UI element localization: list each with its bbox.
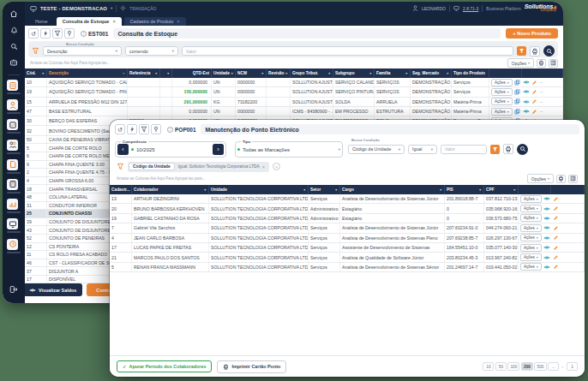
refresh-button[interactable]: ↺ — [28, 28, 39, 39]
view-icon[interactable] — [543, 216, 550, 221]
view-icon[interactable] — [543, 265, 550, 270]
columns-button[interactable] — [568, 175, 578, 183]
assistant-bot-icon[interactable] — [7, 56, 21, 69]
search-operator-select[interactable]: contendo▾ — [125, 46, 178, 56]
sidebar-module-icon[interactable] — [7, 199, 18, 210]
view-icon[interactable] — [543, 235, 550, 241]
copy-icon[interactable] — [514, 89, 520, 95]
search-field-select[interactable]: Código da Unidade▾ — [348, 145, 405, 154]
next-month-button[interactable]: › — [213, 144, 224, 155]
home-icon[interactable] — [7, 7, 21, 21]
row-actions-button[interactable]: Ações▾ — [491, 88, 513, 96]
filter-count-badge[interactable] — [490, 145, 500, 154]
sidebar-module-icon[interactable] — [7, 99, 18, 110]
page-size-option[interactable]: 500 — [534, 362, 546, 371]
column-header[interactable]: CPF▼ — [484, 185, 519, 194]
column-header[interactable]: Família▼ — [375, 68, 411, 78]
row-actions-button[interactable]: Ações▾ — [491, 98, 513, 105]
close-icon[interactable]: × — [177, 19, 179, 24]
table-row[interactable]: 20BRUNO BARBOSSA KERKHOVENSOLLUTION TECN… — [110, 204, 585, 213]
table-row[interactable]: 19AQUISIÇÃO SERVIÇO TOMADO - PINTURA150,… — [25, 87, 563, 97]
copy-icon[interactable] — [514, 98, 520, 104]
sidebar-module-icon[interactable] — [7, 218, 18, 229]
page-size-option[interactable]: 10 — [483, 362, 494, 371]
sidebar-module-icon[interactable] — [7, 140, 18, 151]
quick-action-button[interactable] — [40, 28, 51, 39]
active-filter-chip[interactable]: Código da Unidade Igual: Sollution Tecno… — [128, 162, 269, 172]
row-actions-button[interactable]: Ações▾ — [520, 214, 542, 222]
search-submit-button[interactable] — [543, 45, 555, 57]
column-header[interactable]: NCM▼ — [236, 68, 267, 78]
table-row[interactable]: 13ARTHUR DEZINGRINISOLLUTION TECNOLOGIA … — [110, 194, 585, 204]
page-size-option[interactable]: 200 — [521, 362, 533, 371]
search-submit-button[interactable] — [517, 144, 528, 155]
clear-all-filters-icon[interactable]: × — [273, 163, 280, 170]
print-grid-button[interactable] — [537, 59, 546, 68]
copy-icon[interactable] — [514, 80, 520, 86]
notifications-bell-icon[interactable] — [7, 23, 21, 37]
tipo-control[interactable]: Tipo Todas as Marcações ▾ — [235, 141, 343, 158]
transaction-menu[interactable]: TRANSAÇÃO — [120, 5, 156, 11]
tab-consulta-estoque[interactable]: Consulta de Estoque× — [57, 17, 122, 27]
sidebar-module-icon[interactable] — [7, 159, 18, 170]
logout-icon[interactable] — [7, 283, 21, 296]
imprimir-cartao-button[interactable]: Imprimir Cartão Ponto — [217, 360, 286, 373]
column-header[interactable]: Colaborador▼ — [132, 185, 209, 194]
column-header[interactable]: Tipo do Produto — [452, 68, 489, 78]
sidebar-module-icon[interactable] — [7, 119, 18, 130]
print-button[interactable] — [530, 46, 540, 57]
filter-count-badge[interactable] — [517, 46, 526, 56]
column-header[interactable]: Cargo▼ — [340, 185, 445, 194]
column-header[interactable]: Cód.▼ — [25, 68, 47, 78]
copy-icon[interactable] — [514, 109, 520, 115]
print-grid-button[interactable] — [556, 175, 566, 183]
view-balances-button[interactable]: Visualizar Saldos — [23, 283, 82, 296]
sidebar-module-icon[interactable] — [7, 80, 18, 91]
tab-home[interactable]: Home — [29, 17, 54, 27]
options-button[interactable]: Opções▾ — [507, 58, 534, 68]
table-row[interactable]: 7Gabriel Vila SanchosSOLLUTION TECNOLOGI… — [110, 223, 585, 233]
new-product-button[interactable]: + Novo Produto — [506, 28, 558, 39]
print-button[interactable] — [503, 144, 513, 154]
row-actions-button[interactable]: Ações▾ — [520, 195, 542, 203]
view-icon[interactable] — [543, 255, 550, 260]
row-actions-button[interactable]: Ações▾ — [491, 108, 513, 116]
column-header[interactable]: ▼ — [160, 68, 172, 78]
search-icon[interactable] — [7, 39, 21, 53]
row-actions-button[interactable]: Ações▾ — [491, 79, 513, 86]
clear-filter-button[interactable] — [52, 28, 63, 39]
search-field-select[interactable]: Descrição▾ — [43, 46, 122, 56]
quick-action-button[interactable] — [127, 124, 137, 134]
user-menu[interactable]: LEONARDO — [412, 5, 446, 11]
sidebar-module-icon[interactable] — [7, 239, 18, 250]
page-size-option[interactable]: 100 — [507, 362, 519, 371]
options-button[interactable]: Opções▾ — [527, 174, 554, 183]
search-operator-select[interactable]: Igual▾ — [408, 145, 437, 154]
table-row[interactable]: 47BASE ESTRUTURAL0,000000UN0000000ICMS -… — [25, 107, 563, 116]
table-row[interactable]: 19GABRIEL CASTANHO DA ROSASOLLUTION TECN… — [110, 214, 585, 223]
column-header[interactable]: Unidade▼ — [209, 185, 309, 194]
table-row[interactable]: 21MARCOS PAULO DOS SANTOSSOLLUTION TECNO… — [110, 253, 585, 262]
view-icon[interactable] — [543, 245, 550, 250]
page-size-option[interactable]: 50 — [495, 362, 507, 371]
current-page[interactable]: 1 — [567, 362, 578, 371]
table-row[interactable]: 10AQUISIÇÃO SERVIÇO TOMADO - CALAND...0,… — [25, 78, 563, 87]
column-header[interactable]: Revisão▼ — [267, 68, 291, 78]
search-value-input[interactable] — [441, 145, 487, 154]
row-actions-button[interactable]: Ações▾ — [520, 253, 542, 261]
row-actions-button[interactable]: Ações▾ — [520, 234, 542, 241]
prev-page-icon[interactable]: ‹ — [562, 364, 564, 369]
table-row[interactable]: 17LUCAS PAPKE DE FREITASSOLLUTION TECNOL… — [110, 243, 585, 253]
close-icon[interactable]: × — [112, 19, 115, 24]
prev-month-button[interactable]: ‹ — [117, 144, 129, 155]
company-selector[interactable]: TESTE - DEMONSTRACAO ▾ — [30, 5, 112, 12]
clear-filter-button[interactable] — [139, 124, 149, 134]
version-link[interactable]: 2.8.71-3 — [453, 5, 478, 11]
search-value-input[interactable] — [182, 46, 513, 56]
view-icon[interactable] — [543, 206, 550, 211]
refresh-button[interactable]: ↺ — [115, 124, 125, 134]
column-header[interactable]: Setor▼ — [309, 185, 340, 194]
row-actions-button[interactable]: Ações▾ — [520, 263, 542, 271]
column-header[interactable]: Cadastr...▼ — [110, 185, 132, 194]
row-actions-button[interactable]: Ações▾ — [520, 244, 542, 252]
